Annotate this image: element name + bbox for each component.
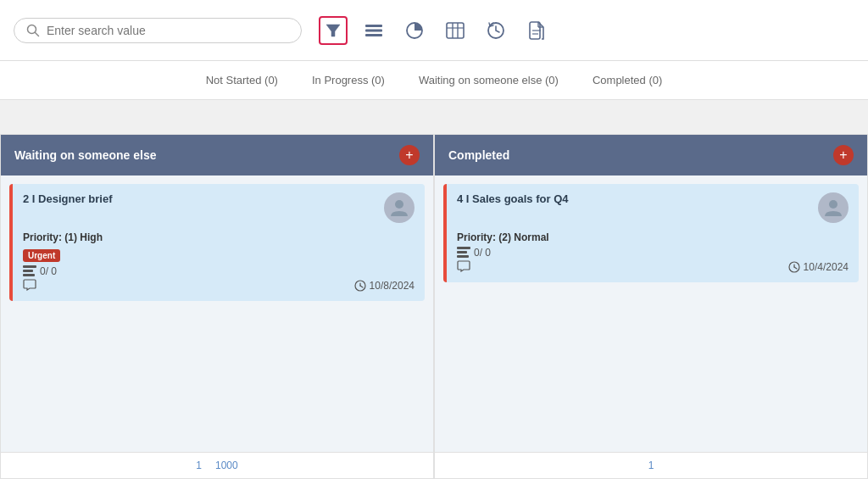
kanban-board: Waiting on someone else + 2 I Designer b…: [0, 134, 868, 479]
history-icon[interactable]: [481, 16, 510, 45]
svg-rect-27: [457, 255, 469, 258]
task-meta-bottom: 10/8/2024: [23, 279, 415, 292]
svg-rect-19: [23, 270, 33, 272]
svg-rect-3: [365, 25, 382, 27]
avatar: [818, 192, 849, 223]
column-title-completed: Completed: [448, 148, 509, 162]
footer-count: 1000: [215, 460, 238, 471]
tab-waiting[interactable]: Waiting on someone else (0): [419, 74, 559, 86]
export-icon[interactable]: [522, 16, 551, 45]
tab-completed[interactable]: Completed (0): [593, 74, 662, 86]
search-wrapper[interactable]: [14, 18, 302, 43]
column-body-waiting: 2 I Designer brief Priority: (1) High Ur…: [1, 175, 433, 452]
column-completed: Completed + 4 I Sales goals for Q4 Prior…: [434, 134, 868, 479]
task-card-header: 4 I Sales goals for Q4: [457, 192, 849, 223]
svg-rect-18: [23, 265, 36, 268]
task-comments: [457, 260, 470, 272]
search-input[interactable]: [47, 24, 289, 37]
footer-page: 1: [196, 460, 202, 471]
svg-rect-26: [457, 251, 467, 253]
urgent-badge: Urgent: [23, 247, 415, 265]
task-title: 2 I Designer brief: [23, 192, 112, 205]
task-date: 10/8/2024: [354, 280, 415, 292]
task-card-header: 2 I Designer brief: [23, 192, 415, 223]
svg-point-17: [395, 200, 403, 209]
add-card-waiting-button[interactable]: +: [399, 145, 420, 165]
task-subtasks: 0/ 0: [457, 247, 849, 259]
spacer: [0, 100, 868, 134]
svg-rect-25: [457, 247, 470, 249]
column-footer-completed: 1: [435, 452, 867, 478]
task-meta-bottom: 10/4/2024: [457, 260, 849, 274]
svg-rect-20: [23, 274, 35, 276]
filter-icon[interactable]: [319, 16, 348, 45]
toolbar-icons: [319, 16, 551, 45]
column-title-waiting: Waiting on someone else: [14, 148, 157, 162]
group-icon[interactable]: [359, 16, 388, 45]
svg-line-23: [360, 286, 363, 287]
task-title: 4 I Sales goals for Q4: [457, 192, 569, 205]
svg-line-1: [36, 32, 39, 36]
tab-not-started[interactable]: Not Started (0): [206, 74, 278, 86]
svg-point-24: [829, 200, 837, 209]
task-priority: Priority: (1) High: [23, 231, 415, 243]
column-body-completed: 4 I Sales goals for Q4 Priority: (2) Nor…: [435, 175, 867, 452]
task-priority: Priority: (2) Normal: [457, 231, 849, 243]
search-icon: [26, 24, 40, 37]
column-waiting: Waiting on someone else + 2 I Designer b…: [0, 134, 434, 479]
column-header-completed: Completed +: [435, 135, 867, 175]
column-header-waiting: Waiting on someone else +: [1, 135, 433, 175]
svg-marker-2: [326, 25, 340, 36]
task-date: 10/4/2024: [788, 261, 849, 273]
footer-page: 1: [648, 460, 654, 471]
columns-icon[interactable]: [441, 16, 470, 45]
task-comments: [23, 279, 36, 291]
add-card-completed-button[interactable]: +: [833, 145, 854, 165]
column-footer-waiting: 1 1000: [1, 452, 433, 478]
tab-in-progress[interactable]: In Progress (0): [312, 74, 385, 86]
svg-line-30: [794, 267, 797, 269]
chart-icon[interactable]: [400, 16, 429, 45]
toolbar: [0, 0, 868, 61]
task-card[interactable]: 4 I Sales goals for Q4 Priority: (2) Nor…: [443, 184, 859, 282]
task-card[interactable]: 2 I Designer brief Priority: (1) High Ur…: [9, 184, 425, 301]
avatar: [384, 192, 415, 223]
status-tabs: Not Started (0) In Progress (0) Waiting …: [0, 61, 868, 100]
svg-rect-7: [447, 23, 464, 38]
svg-rect-4: [365, 29, 382, 31]
task-subtasks: 0/ 0: [23, 265, 415, 277]
svg-rect-5: [365, 34, 382, 36]
